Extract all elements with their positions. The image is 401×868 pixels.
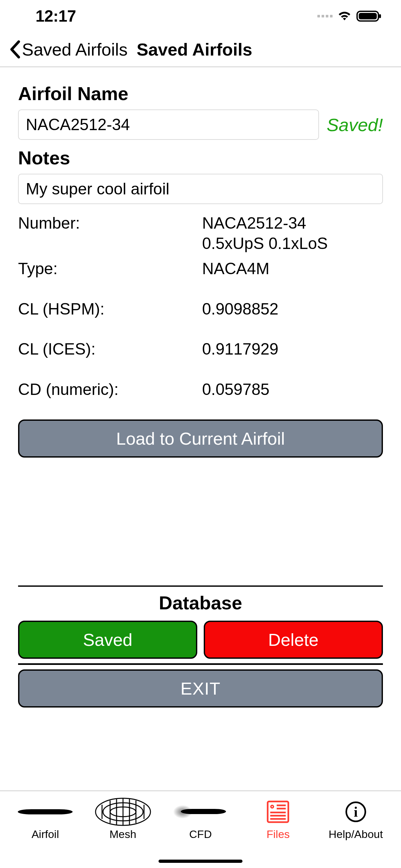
tab-bar: Airfoil Mesh	[0, 790, 401, 868]
detail-value: 0.5xUpS 0.1xLoS	[202, 234, 328, 254]
delete-button[interactable]: Delete	[204, 621, 383, 659]
detail-value: NACA4M	[202, 259, 269, 279]
info-icon: i	[345, 796, 366, 828]
status-time: 12:17	[35, 7, 76, 26]
detail-value: 0.059785	[202, 379, 270, 400]
tab-cfd[interactable]: CFD	[162, 796, 239, 868]
home-indicator[interactable]	[158, 860, 243, 863]
detail-row-cl-ices: CL (ICES): 0.9117929	[18, 339, 383, 360]
content: Airfoil Name Saved! Notes Number: NACA25…	[0, 67, 401, 708]
detail-row-number: Number: NACA2512-34 0.5xUpS 0.1xLoS	[18, 213, 383, 253]
svg-point-14	[271, 805, 274, 808]
saved-badge: Saved!	[327, 114, 383, 135]
tab-label: Airfoil	[32, 828, 59, 841]
detail-label: CD (numeric):	[18, 379, 202, 400]
back-button[interactable]: Saved Airfoils	[9, 39, 127, 59]
divider	[18, 585, 383, 587]
airfoil-name-input[interactable]	[18, 110, 319, 140]
nav-title: Saved Airfoils	[136, 39, 252, 59]
cfd-icon	[173, 796, 228, 828]
svg-rect-2	[379, 14, 381, 18]
load-to-current-airfoil-button[interactable]: Load to Current Airfoil	[18, 420, 383, 458]
tab-label: Files	[267, 828, 290, 841]
status-bar: 12:17	[0, 0, 401, 32]
chevron-left-icon	[9, 40, 21, 58]
tab-label: CFD	[189, 828, 212, 841]
detail-label: CL (HSPM):	[18, 299, 202, 319]
saved-button[interactable]: Saved	[18, 621, 197, 659]
tab-airfoil[interactable]: Airfoil	[6, 796, 84, 868]
airfoil-icon	[18, 796, 73, 828]
detail-value: 0.9117929	[202, 339, 278, 360]
svg-rect-1	[359, 13, 377, 20]
notes-label: Notes	[18, 147, 383, 168]
back-label: Saved Airfoils	[22, 39, 127, 59]
detail-row-cd: CD (numeric): 0.059785	[18, 379, 383, 400]
detail-row-cl-hspm: CL (HSPM): 0.9098852	[18, 299, 383, 319]
tab-label: Mesh	[110, 828, 136, 841]
tab-label: Help/About	[329, 828, 383, 841]
wifi-icon	[337, 11, 352, 22]
cellular-dots-icon	[317, 15, 333, 18]
exit-button[interactable]: EXIT	[18, 670, 383, 708]
tab-mesh[interactable]: Mesh	[84, 796, 161, 868]
tab-help-about[interactable]: i Help/About	[317, 796, 395, 868]
nav-bar: Saved Airfoils Saved Airfoils	[0, 32, 401, 67]
detail-row-type: Type: NACA4M	[18, 259, 383, 279]
database-heading: Database	[18, 592, 383, 614]
files-icon	[266, 796, 290, 828]
detail-label: Number:	[18, 213, 202, 253]
detail-value: 0.9098852	[202, 299, 278, 319]
mesh-icon	[94, 796, 152, 828]
notes-input[interactable]	[18, 174, 383, 204]
detail-label: CL (ICES):	[18, 339, 202, 360]
detail-value: NACA2512-34	[202, 213, 328, 234]
detail-label: Type:	[18, 259, 202, 279]
battery-icon	[357, 10, 382, 22]
status-right	[317, 10, 382, 22]
tab-files[interactable]: Files	[239, 796, 317, 868]
airfoil-name-label: Airfoil Name	[18, 83, 383, 104]
divider	[18, 663, 383, 665]
